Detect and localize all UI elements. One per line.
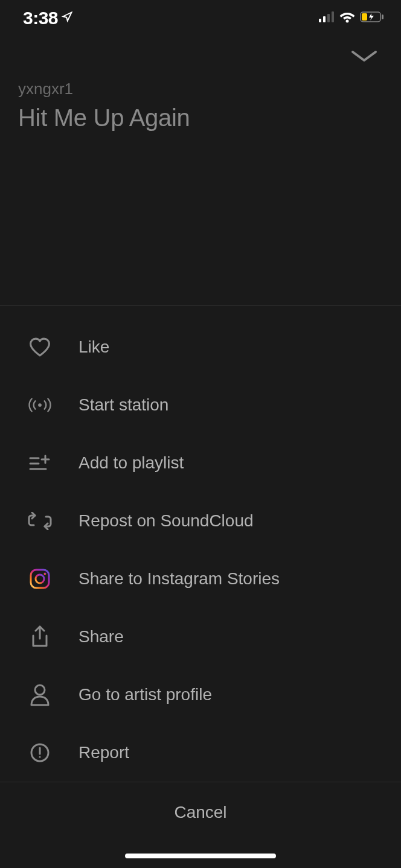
cancel-button[interactable]: Cancel bbox=[0, 782, 401, 843]
menu-item-add-playlist[interactable]: Add to playlist bbox=[0, 434, 401, 492]
action-menu: Like Start station Add to playlist bbox=[0, 306, 401, 782]
svg-point-8 bbox=[38, 403, 42, 407]
svg-point-4 bbox=[346, 20, 349, 23]
status-bar: 3:38 bbox=[0, 0, 401, 36]
menu-item-label: Repost on SoundCloud bbox=[79, 511, 254, 531]
svg-rect-2 bbox=[327, 14, 330, 22]
menu-item-artist-profile[interactable]: Go to artist profile bbox=[0, 666, 401, 724]
report-icon bbox=[28, 741, 52, 765]
menu-item-label: Share bbox=[79, 627, 124, 646]
menu-item-report[interactable]: Report bbox=[0, 724, 401, 782]
svg-rect-1 bbox=[323, 16, 326, 22]
svg-point-21 bbox=[39, 756, 41, 758]
battery-icon bbox=[360, 11, 384, 25]
home-indicator[interactable] bbox=[125, 854, 276, 858]
svg-point-16 bbox=[44, 573, 47, 575]
svg-rect-3 bbox=[332, 11, 334, 22]
menu-item-instagram[interactable]: Share to Instagram Stories bbox=[0, 550, 401, 608]
menu-item-start-station[interactable]: Start station bbox=[0, 376, 401, 434]
cellular-signal-icon bbox=[319, 11, 335, 25]
station-icon bbox=[28, 393, 52, 417]
svg-rect-6 bbox=[382, 14, 383, 19]
location-icon bbox=[62, 11, 72, 25]
share-icon bbox=[28, 625, 52, 649]
status-time: 3:38 bbox=[23, 8, 58, 28]
svg-rect-14 bbox=[31, 570, 49, 588]
menu-item-like[interactable]: Like bbox=[0, 318, 401, 376]
svg-point-18 bbox=[35, 685, 45, 695]
menu-item-repost[interactable]: Repost on SoundCloud bbox=[0, 492, 401, 550]
heart-icon bbox=[28, 335, 52, 359]
add-playlist-icon bbox=[28, 451, 52, 475]
instagram-icon bbox=[28, 567, 52, 591]
svg-rect-7 bbox=[362, 13, 367, 21]
profile-icon bbox=[28, 683, 52, 707]
menu-item-label: Report bbox=[79, 743, 129, 762]
chevron-down-icon[interactable] bbox=[350, 48, 378, 66]
menu-item-label: Add to playlist bbox=[79, 453, 184, 473]
svg-rect-0 bbox=[319, 19, 321, 22]
artist-name: yxngxr1 bbox=[18, 80, 383, 98]
wifi-icon bbox=[339, 11, 355, 25]
menu-item-label: Go to artist profile bbox=[79, 685, 212, 704]
status-bar-right bbox=[319, 11, 384, 25]
status-bar-left: 3:38 bbox=[23, 8, 72, 28]
menu-item-label: Share to Instagram Stories bbox=[79, 569, 280, 589]
menu-item-label: Start station bbox=[79, 395, 168, 415]
sheet-header: yxngxr1 Hit Me Up Again bbox=[0, 36, 401, 132]
track-title: Hit Me Up Again bbox=[18, 104, 383, 132]
menu-item-share[interactable]: Share bbox=[0, 608, 401, 666]
repost-icon bbox=[28, 509, 52, 533]
cancel-label: Cancel bbox=[174, 803, 226, 822]
menu-item-label: Like bbox=[79, 337, 109, 357]
svg-point-15 bbox=[36, 575, 44, 583]
